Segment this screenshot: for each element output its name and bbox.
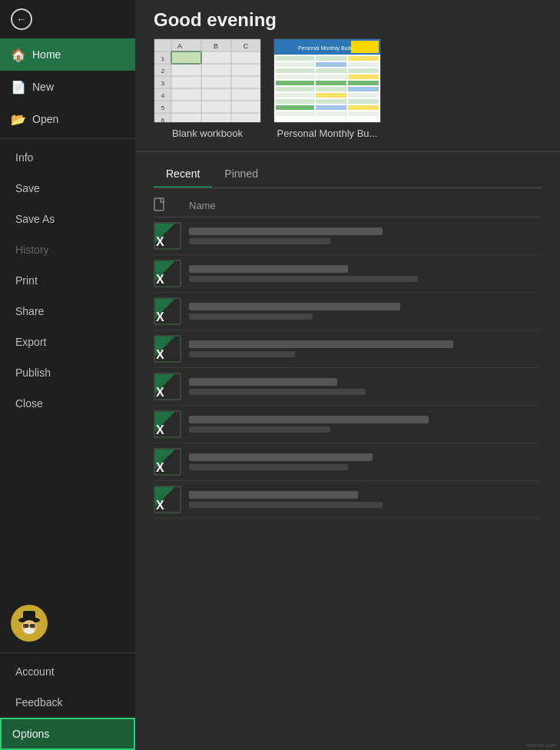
svg-rect-54	[276, 93, 314, 98]
svg-rect-63	[276, 111, 314, 116]
sidebar-bottom-divider	[0, 652, 135, 653]
file-thumb: X	[154, 222, 181, 250]
file-item[interactable]: X	[154, 406, 542, 443]
svg-text:4: 4	[161, 92, 165, 99]
home-icon: 🏠	[11, 48, 25, 62]
file-item[interactable]: X	[154, 255, 542, 293]
sidebar-item-publish[interactable]: Publish	[0, 357, 135, 388]
svg-point-6	[24, 628, 35, 634]
sidebar-item-info-label: Info	[15, 151, 33, 164]
template-blank[interactable]: A B C 1 2 3 4 5 6 Blank workbook	[154, 38, 261, 139]
sidebar-item-account[interactable]: Account	[0, 656, 135, 687]
sidebar-item-close-label: Close	[15, 397, 43, 410]
file-list: X X X	[154, 217, 542, 750]
svg-rect-42	[276, 68, 314, 73]
svg-rect-57	[276, 99, 314, 104]
file-path	[189, 389, 366, 395]
sidebar-item-share[interactable]: Share	[0, 296, 135, 327]
section-separator	[135, 151, 560, 152]
sidebar-item-feedback-label: Feedback	[15, 696, 62, 709]
tab-recent[interactable]: Recent	[154, 161, 212, 188]
file-path	[189, 238, 330, 244]
file-item[interactable]: X	[154, 443, 542, 481]
svg-rect-47	[348, 75, 379, 79]
file-thumb: X	[154, 410, 181, 438]
sidebar-item-new[interactable]: 📄 New	[0, 71, 135, 103]
svg-rect-45	[276, 75, 314, 79]
app-logo	[0, 597, 135, 649]
blank-workbook-label: Blank workbook	[172, 128, 243, 139]
svg-rect-61	[316, 105, 346, 110]
svg-rect-62	[348, 105, 379, 110]
back-button[interactable]: ←	[0, 0, 135, 38]
svg-rect-8	[30, 624, 35, 628]
sidebar-item-home-label: Home	[32, 48, 61, 61]
file-path	[189, 426, 330, 433]
svg-rect-44	[348, 68, 379, 73]
file-info	[189, 416, 542, 433]
svg-rect-56	[348, 93, 379, 98]
blank-workbook-thumb: A B C 1 2 3 4 5 6	[154, 38, 261, 123]
file-name	[189, 491, 358, 499]
sidebar-item-options[interactable]: Options	[0, 718, 135, 750]
svg-text:5: 5	[161, 105, 165, 111]
file-path	[189, 276, 418, 282]
svg-text:A: A	[177, 42, 182, 50]
tab-row: Recent Pinned	[154, 161, 542, 188]
file-item[interactable]: X	[154, 217, 542, 255]
page-title: Good evening	[135, 0, 560, 38]
file-path	[189, 351, 295, 357]
svg-rect-64	[316, 111, 346, 116]
svg-rect-46	[316, 75, 346, 79]
sidebar-item-open-label: Open	[32, 113, 58, 125]
sidebar-item-account-label: Account	[15, 665, 55, 678]
sidebar-item-save-as[interactable]: Save As	[0, 204, 135, 234]
new-icon: 📄	[11, 80, 25, 95]
watermark: wsxdn.com	[526, 742, 557, 748]
file-icon-col-header	[154, 197, 181, 214]
file-path	[189, 314, 313, 320]
file-thumb: X	[154, 373, 181, 400]
svg-rect-50	[348, 81, 379, 85]
sidebar-item-save[interactable]: Save	[0, 173, 135, 204]
sidebar-item-options-label: Options	[12, 728, 49, 740]
sidebar-item-save-as-label: Save As	[15, 213, 55, 225]
svg-rect-53	[348, 87, 379, 91]
svg-rect-39	[276, 62, 314, 67]
svg-text:1: 1	[161, 55, 165, 62]
sidebar-item-export-label: Export	[15, 336, 46, 348]
sidebar-item-close[interactable]: Close	[0, 388, 135, 419]
sidebar-item-open[interactable]: 📂 Open	[0, 103, 135, 135]
file-thumb: X	[154, 297, 181, 325]
svg-rect-55	[316, 93, 346, 98]
file-thumb: X	[154, 486, 181, 513]
svg-rect-51	[276, 87, 314, 91]
sidebar: ← 🏠 Home 📄 New 📂 Open Info Save Save As …	[0, 0, 135, 750]
file-thumb: X	[154, 260, 181, 287]
sidebar-item-info[interactable]: Info	[0, 142, 135, 173]
svg-text:B: B	[214, 42, 218, 50]
open-icon: 📂	[11, 112, 25, 127]
svg-text:Personal Monthly Budget: Personal Monthly Budget	[298, 45, 358, 51]
sidebar-item-home[interactable]: 🏠 Home	[0, 38, 135, 71]
file-item[interactable]: X	[154, 293, 542, 330]
sidebar-item-feedback[interactable]: Feedback	[0, 687, 135, 718]
file-item[interactable]: X	[154, 368, 542, 406]
sidebar-item-export[interactable]: Export	[0, 327, 135, 357]
file-info	[189, 227, 542, 244]
sidebar-item-print-label: Print	[15, 274, 38, 287]
sidebar-divider	[0, 138, 135, 139]
back-icon: ←	[11, 8, 32, 30]
svg-rect-35	[351, 41, 379, 53]
file-thumb: X	[154, 448, 181, 476]
file-name	[189, 227, 383, 235]
file-thumb: X	[154, 335, 181, 363]
file-item[interactable]: X	[154, 481, 542, 519]
budget-label: Personal Monthly Bu...	[277, 128, 378, 139]
tab-pinned[interactable]: Pinned	[212, 161, 270, 188]
svg-rect-38	[348, 56, 379, 61]
file-info	[189, 378, 542, 395]
sidebar-item-print[interactable]: Print	[0, 265, 135, 296]
file-item[interactable]: X	[154, 330, 542, 368]
template-budget[interactable]: Personal Monthly Budget	[273, 38, 381, 139]
